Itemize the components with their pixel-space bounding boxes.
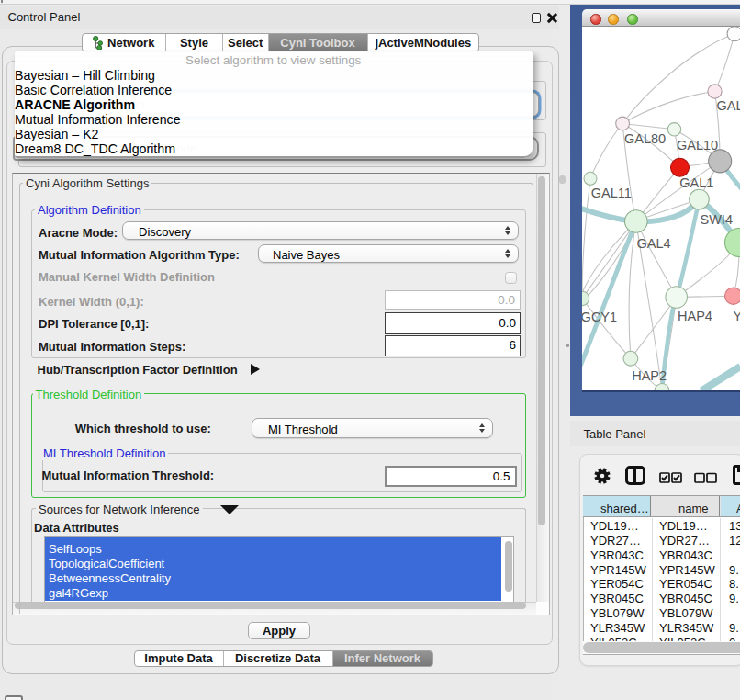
svg-text:YM: YM <box>733 308 740 322</box>
svg-text:HAP4: HAP4 <box>678 309 712 323</box>
svg-text:GAL80: GAL80 <box>624 130 666 145</box>
svg-text:SWI4: SWI4 <box>700 211 732 226</box>
svg-text:GAL7: GAL7 <box>716 98 740 113</box>
svg-text:GAL1: GAL1 <box>679 175 713 189</box>
svg-text:GCY1: GCY1 <box>582 309 617 323</box>
svg-text:GAL4: GAL4 <box>636 235 670 250</box>
svg-text:GAL11: GAL11 <box>590 186 631 200</box>
svg-text:GAL10: GAL10 <box>677 138 718 152</box>
svg-text:HAP2: HAP2 <box>632 368 667 383</box>
